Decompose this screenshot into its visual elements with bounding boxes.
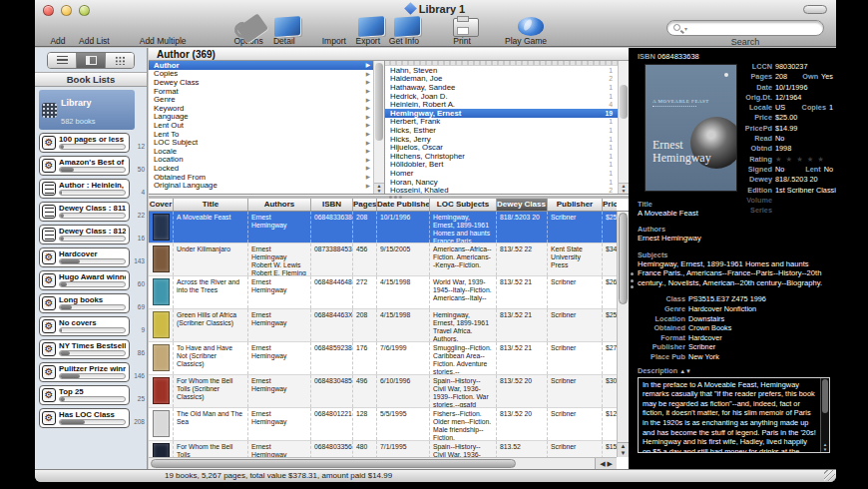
browser-value-row[interactable]: Haldeman, Joe 2 bbox=[385, 75, 629, 84]
browser-fields-scrollbar[interactable]: ▲▼ bbox=[373, 61, 384, 194]
toolbar-button[interactable]: Add List bbox=[79, 16, 110, 46]
toolbar-button[interactable]: Add Multiple bbox=[140, 16, 187, 46]
window-resize-grip[interactable] bbox=[824, 470, 835, 481]
description-box[interactable]: In the preface to A Moveable Feast, Hemi… bbox=[638, 377, 830, 453]
table-column-header[interactable]: Title▼ bbox=[174, 199, 248, 211]
table-row[interactable]: Under Kilimanjaro Ernest Hemingway Rober… bbox=[149, 244, 617, 276]
browser-field-row[interactable]: Copies ▶ bbox=[149, 70, 384, 79]
browser-value-row[interactable]: Hosseini, Khaled 2 bbox=[385, 186, 629, 194]
browser-value-row[interactable]: Herbert, Frank 1 bbox=[385, 118, 629, 127]
browser-value-row[interactable]: Hölldobler, Bert 1 bbox=[385, 161, 629, 170]
browser-value-row[interactable]: Hicks, Esther 1 bbox=[385, 126, 629, 135]
loc-subjects-cell: Fishers--Fiction. Older men--Fiction. Ma… bbox=[430, 408, 497, 440]
table-row[interactable]: The Old Man and The Sea Ernest Hemingway… bbox=[149, 408, 617, 441]
toolbar-button[interactable]: Import bbox=[321, 16, 347, 46]
table-horizontal-scrollbar[interactable]: ◀ ▶ bbox=[149, 457, 617, 469]
sidebar-list-item[interactable]: ⚙ Has LOC Class bbox=[39, 408, 130, 428]
sidebar-list-item[interactable]: ⚙ Pulitzer Prize winners bbox=[39, 362, 130, 382]
browser-field-row[interactable]: Lent To ▶ bbox=[149, 130, 384, 139]
toolbar-button[interactable]: Add bbox=[45, 16, 71, 46]
browser-field-row[interactable]: Language ▶ bbox=[149, 113, 384, 122]
browser-value-row[interactable]: Hemingway, Ernest 19 bbox=[385, 109, 629, 118]
list-count: 12 bbox=[130, 143, 145, 153]
browser-value-row[interactable]: Hitchens, Christopher 1 bbox=[385, 152, 629, 161]
table-row[interactable]: Across the River and into the Trees Erne… bbox=[149, 276, 617, 309]
sidebar-list-item[interactable]: ⚙ No covers bbox=[39, 316, 130, 336]
sidebar-list-item[interactable]: ⚙ NY Times Bestsellers bbox=[39, 339, 130, 359]
horizontal-scroll-arrows[interactable]: ◀ ▶ bbox=[595, 458, 617, 469]
browser-field-row[interactable]: Lent Out ▶ bbox=[149, 121, 384, 130]
detail-field-row: Place Pub New York bbox=[638, 352, 830, 362]
browser-values-scrollbar[interactable]: ▲▼ bbox=[618, 61, 629, 194]
browser-value-row[interactable]: Hijuelos, Oscar 1 bbox=[385, 143, 629, 152]
sidebar-list-item[interactable]: ⚙ Amazon's Best of 2006 bbox=[39, 156, 130, 176]
sidebar-list-item[interactable]: ⚙ Hardcover bbox=[39, 247, 130, 267]
detail-splitter-grip[interactable] bbox=[630, 272, 635, 288]
table-row[interactable]: For Whom the Bell Tolls (Scribner Classi… bbox=[149, 375, 617, 408]
table-column-header[interactable]: Authors▼ bbox=[248, 199, 311, 211]
vertical-scroll-arrows[interactable]: ▲▼ bbox=[618, 442, 629, 457]
browser-field-row[interactable]: Locked ▶ bbox=[149, 164, 384, 173]
browser-value-count: 1 bbox=[609, 84, 613, 91]
table-column-header[interactable]: LOC Subjects▼ bbox=[430, 199, 497, 211]
table-row[interactable]: To Have and Have Not (Scribner Classics)… bbox=[149, 342, 617, 375]
toolbar-button[interactable]: Options bbox=[234, 16, 263, 46]
sidebar-splitter-grip[interactable] bbox=[146, 302, 148, 318]
toolbar-button[interactable]: Detail bbox=[271, 16, 297, 46]
browser-value-row[interactable]: Hathaway, Sandee 1 bbox=[385, 83, 629, 92]
search-input[interactable]: ▾ bbox=[666, 20, 824, 36]
sidebar-list-item[interactable]: ⚙ Long books bbox=[39, 293, 130, 313]
table-row[interactable]: Green Hills of Africa (Scribner Classics… bbox=[149, 309, 617, 342]
browser-value-row[interactable]: Hicks, Jerry 1 bbox=[385, 135, 629, 144]
pane-splitter[interactable] bbox=[149, 196, 629, 199]
table-column-header[interactable]: Price▼ bbox=[603, 199, 617, 211]
view-grid-button[interactable] bbox=[106, 53, 134, 68]
browser-value-row[interactable]: Heinlein, Robert A. 4 bbox=[385, 100, 629, 109]
table-vertical-scrollbar[interactable]: ▲▼ bbox=[617, 212, 629, 457]
browser-field-row[interactable]: LOC Subject ▶ bbox=[149, 138, 384, 147]
description-stepper-icon[interactable]: ▲▼ bbox=[679, 368, 691, 374]
sidebar-list-item[interactable]: ⚙ Hugo Award winners bbox=[39, 270, 130, 290]
sidebar-list-item[interactable]: ⚙ Dewey Class : 811 Poetry bbox=[39, 202, 130, 222]
browser-field-row[interactable]: Keyword ▶ bbox=[149, 104, 384, 113]
browser-field-row[interactable]: Location ▶ bbox=[149, 156, 384, 165]
sidebar-list-item[interactable]: ⚙ 100 pages or less bbox=[39, 133, 130, 153]
detail-fields: Class PS3515.E37 Z475 1996 Genre Hardcov… bbox=[638, 294, 830, 361]
browser-value-row[interactable]: Hedrick, Joan D. 1 bbox=[385, 92, 629, 101]
toolbar-button[interactable]: Print bbox=[449, 16, 475, 46]
browser-value-row[interactable]: Horan, Nancy 1 bbox=[385, 178, 629, 187]
toolbar-button[interactable]: Export bbox=[355, 16, 381, 46]
table-column-header[interactable]: Cover▼ bbox=[149, 199, 174, 211]
browser-value-row[interactable]: Hahn, Steven 1 bbox=[385, 66, 629, 75]
table-column-header[interactable]: ISBN▼ bbox=[311, 199, 353, 211]
table-row[interactable]: For Whom the Bell Tolls Ernest Hemingway… bbox=[149, 441, 617, 457]
sidebar-list-item[interactable]: ⚙ Author : Heinlein, Robert A. bbox=[39, 179, 130, 199]
horizontal-scroll-thumb[interactable] bbox=[151, 459, 516, 468]
table-column-header[interactable]: Publisher▼ bbox=[548, 199, 603, 211]
list-label: Pulitzer Prize winners bbox=[59, 364, 126, 373]
browser-field-row[interactable]: Obtained From ▶ bbox=[149, 173, 384, 182]
table-column-header[interactable]: Date Published▼ bbox=[377, 199, 430, 211]
browser-field-row[interactable]: Genre ▶ bbox=[149, 95, 384, 104]
view-list-button[interactable] bbox=[48, 53, 77, 68]
table-row[interactable]: A Moveable Feast Ernest Hemingway 068483… bbox=[149, 212, 617, 244]
browser-field-row[interactable]: Original Language ▶ bbox=[149, 181, 384, 190]
browser-field-row[interactable]: Dewey Class ▶ bbox=[149, 78, 384, 87]
vertical-scroll-thumb[interactable] bbox=[619, 213, 628, 304]
browser-field-row[interactable]: Format ▶ bbox=[149, 87, 384, 96]
toolbar-button[interactable]: Get Info bbox=[389, 16, 419, 46]
sidebar-item-library[interactable]: Library 582 books bbox=[39, 90, 135, 130]
sidebar-list-item[interactable]: ⚙ Dewey Class : 812 Drama bbox=[39, 225, 130, 244]
browser-field-row[interactable]: Locale ▶ bbox=[149, 147, 384, 156]
view-detail-button[interactable] bbox=[77, 53, 106, 68]
column-label: ISBN bbox=[322, 200, 341, 209]
table-column-header[interactable]: Pages▼ bbox=[353, 199, 377, 211]
sidebar-list-item[interactable]: ⚙ Top 25 bbox=[39, 385, 130, 405]
browser-value-row[interactable]: Homer 1 bbox=[385, 169, 629, 178]
date-published-cell: 4/15/1998 bbox=[377, 276, 430, 308]
toolbar-button[interactable]: Play Game bbox=[505, 16, 547, 46]
browser-field-row[interactable]: Author ▶ bbox=[149, 61, 384, 70]
description-scrollbar[interactable]: ▲▼ bbox=[820, 378, 829, 452]
table-column-header[interactable]: Dewey Class▼ bbox=[497, 199, 548, 211]
toolbar-toggle-button[interactable] bbox=[803, 5, 827, 14]
